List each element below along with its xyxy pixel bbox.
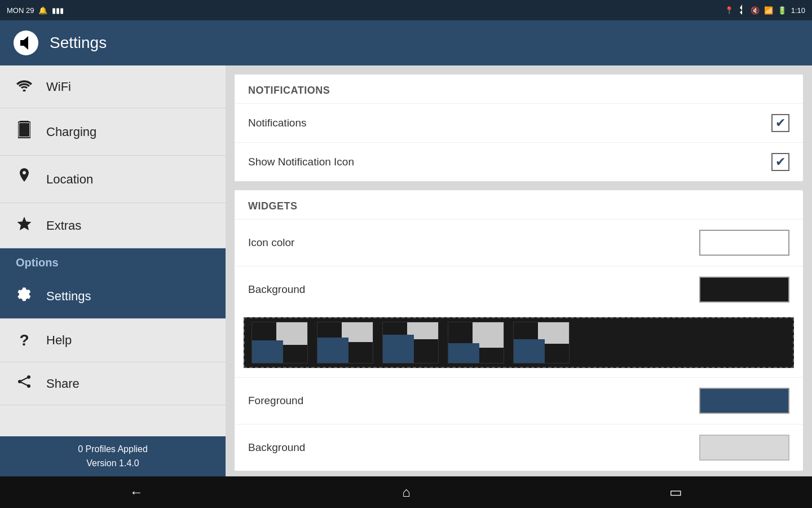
battery-icon — [16, 121, 33, 143]
wifi-icon — [16, 78, 33, 95]
content-area: NOTIFICATIONS Notifications ✔ Show Notif… — [226, 65, 812, 476]
svg-line-9 — [20, 377, 29, 382]
status-date: MON 29 — [7, 6, 34, 15]
speaker-icon — [14, 30, 38, 55]
app-header: Settings — [0, 20, 812, 65]
svg-line-10 — [20, 382, 29, 386]
notifications-card: NOTIFICATIONS Notifications ✔ Show Notif… — [235, 75, 803, 181]
gear-icon — [16, 286, 33, 306]
svg-rect-4 — [19, 123, 29, 137]
sidebar-charging-label: Charging — [46, 125, 96, 139]
location-icon — [16, 168, 33, 190]
widget-preview-1[interactable] — [251, 322, 308, 364]
svg-marker-5 — [17, 217, 32, 230]
vibrate-icon: 🔔 — [38, 6, 47, 15]
home-button[interactable]: ⌂ — [379, 480, 433, 505]
foreground-label: Foreground — [248, 395, 303, 407]
sidebar-settings-label: Settings — [46, 289, 91, 304]
notifications-row[interactable]: Notifications ✔ — [235, 103, 803, 142]
widgets-title: WIDGETS — [235, 190, 803, 219]
show-notification-icon-row[interactable]: Show Notification Icon ✔ — [235, 142, 803, 181]
mute-icon: 🔇 — [751, 6, 760, 15]
app-version: Version 1.4.0 — [6, 456, 220, 471]
nav-bar: ← ⌂ ▭ — [0, 476, 812, 508]
signal-icon: ▮▮▮ — [52, 6, 64, 15]
sidebar-item-location[interactable]: Location — [0, 156, 226, 203]
back-button[interactable]: ← — [107, 480, 166, 505]
show-notification-icon-label: Show Notification Icon — [248, 156, 354, 168]
battery-status-icon: 🔋 — [778, 6, 787, 15]
wifi-status-icon: 📶 — [764, 6, 773, 15]
widget-background-color-picker[interactable] — [699, 435, 789, 461]
status-bar: MON 29 🔔 ▮▮▮ 📍 🔇 📶 🔋 1:10 — [0, 0, 812, 20]
sidebar-item-share[interactable]: Share — [0, 362, 226, 405]
status-right: 📍 🔇 📶 🔋 1:10 — [725, 5, 805, 16]
background-color-row[interactable]: Background — [235, 266, 803, 313]
question-icon: ? — [16, 331, 33, 349]
svg-marker-0 — [20, 36, 28, 50]
sidebar-location-label: Location — [46, 172, 93, 187]
page-title: Settings — [50, 34, 107, 52]
foreground-color-picker[interactable] — [699, 388, 789, 414]
sidebar-share-label: Share — [46, 376, 80, 391]
sidebar-item-settings[interactable]: Settings — [0, 274, 226, 319]
main-layout: WiFi Charging Location — [0, 65, 812, 476]
profiles-applied: 0 Profiles Applied — [6, 442, 220, 457]
widget-preview-4[interactable] — [448, 322, 504, 364]
sidebar-help-label: Help — [46, 333, 72, 348]
widgets-card: WIDGETS Icon color Background — [235, 190, 803, 471]
sidebar-item-extras[interactable]: Extras — [0, 203, 226, 248]
widget-preview-strip — [244, 317, 794, 368]
background-color-picker[interactable] — [699, 277, 789, 303]
widget-preview-5[interactable] — [513, 322, 570, 364]
sidebar: WiFi Charging Location — [0, 65, 226, 476]
icon-color-label: Icon color — [248, 237, 294, 249]
location-status-icon: 📍 — [725, 6, 734, 15]
notifications-label: Notifications — [248, 117, 307, 129]
svg-point-1 — [23, 90, 26, 92]
star-icon — [16, 216, 33, 235]
options-section-header: Options — [0, 248, 226, 274]
recents-button[interactable]: ▭ — [647, 480, 705, 505]
share-icon — [16, 375, 33, 392]
status-time: 1:10 — [791, 6, 805, 15]
widget-preview-3[interactable] — [382, 322, 439, 364]
bluetooth-icon — [738, 5, 746, 16]
sidebar-item-wifi[interactable]: WiFi — [0, 65, 226, 108]
icon-color-row[interactable]: Icon color — [235, 219, 803, 266]
status-left: MON 29 🔔 ▮▮▮ — [7, 6, 64, 15]
icon-color-picker[interactable] — [699, 230, 789, 256]
foreground-row[interactable]: Foreground — [235, 377, 803, 424]
sidebar-item-help[interactable]: ? Help — [0, 319, 226, 362]
widget-background-label: Background — [248, 441, 305, 454]
widget-background-row[interactable]: Background — [235, 424, 803, 471]
sidebar-footer: 0 Profiles Applied Version 1.4.0 — [0, 436, 226, 476]
sidebar-extras-label: Extras — [46, 218, 81, 233]
sidebar-item-charging[interactable]: Charging — [0, 108, 226, 156]
notifications-checkbox[interactable]: ✔ — [771, 114, 789, 132]
widget-preview-2[interactable] — [317, 322, 373, 364]
sidebar-wifi-label: WiFi — [46, 80, 71, 94]
background-label: Background — [248, 283, 305, 296]
notifications-title: NOTIFICATIONS — [235, 75, 803, 103]
show-notification-icon-checkbox[interactable]: ✔ — [771, 153, 789, 171]
